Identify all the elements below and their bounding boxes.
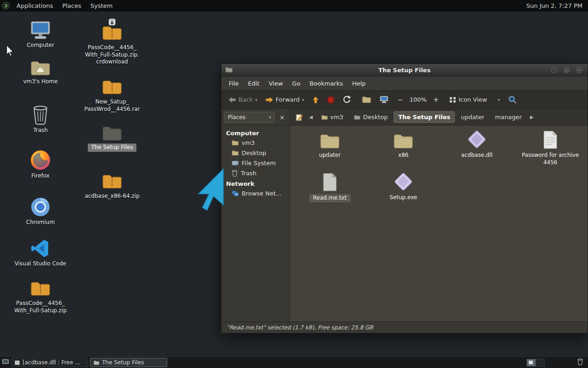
menu-view[interactable]: View — [264, 78, 288, 89]
menu-help[interactable]: Help — [347, 78, 370, 89]
desktop-icon-home[interactable]: vm3's Home — [13, 59, 68, 86]
sidebar-item-vm3[interactable]: vm3 — [221, 138, 289, 148]
view-mode-dropdown[interactable]: Icon View ▾ — [447, 94, 502, 105]
breadcrumb-the-setup-files[interactable]: The Setup Files — [394, 111, 455, 123]
computer-button[interactable] — [377, 94, 391, 105]
breadcrumb-vm3[interactable]: vm3 — [317, 111, 348, 123]
lock-badge-icon — [108, 18, 116, 28]
menu-file[interactable]: File — [224, 78, 243, 89]
large-blue-arrow-pointer — [198, 163, 224, 216]
desktop-icon-label: Visual Studio Code — [15, 260, 66, 268]
window-title: The Setup Files — [221, 67, 588, 74]
desktop-icon-label: Computer — [27, 42, 54, 49]
breadcrumb-updater[interactable]: updater — [456, 111, 489, 123]
forward-button[interactable]: Forward ▾ — [263, 94, 306, 105]
text-file-icon — [543, 130, 558, 150]
file-read-me-txt[interactable]: Read.me.txt — [295, 172, 364, 202]
side-pane: Places ▾ × Computer vm3 Desktop File Sys… — [221, 109, 290, 322]
toolbar: Back ▾ Forward ▾ — [221, 90, 588, 109]
desktop-icon-label: New_Satup_ PassWrod__4456.rar — [84, 98, 140, 113]
breadcrumb-manager[interactable]: manager — [490, 111, 526, 123]
close-button[interactable]: × — [576, 67, 582, 73]
search-button[interactable] — [506, 93, 519, 106]
taskbar-window-acdbase[interactable]: [acdbase.dll : Free ... — [11, 358, 88, 367]
forward-history-chevron-icon[interactable]: ▾ — [302, 98, 304, 102]
desktop-icon-firefox[interactable]: Firefox — [13, 150, 68, 180]
menu-system[interactable]: System — [86, 1, 117, 11]
desktop-icon-vscode[interactable]: Visual Studio Code — [8, 238, 73, 268]
stop-button[interactable] — [325, 94, 337, 105]
workspace-1[interactable] — [527, 359, 536, 366]
bottom-taskbar: [acdbase.dll : Free ... The Setup Files — [0, 356, 588, 368]
folder-icon — [319, 132, 340, 150]
side-pane-close-icon[interactable]: × — [277, 113, 288, 121]
folder-icon — [321, 115, 328, 120]
menubar: File Edit View Go Bookmarks Help — [221, 76, 588, 90]
file-setup-exe[interactable]: Setup.exe — [369, 172, 438, 201]
file-acdbase-dll[interactable]: acdbase.dll — [442, 129, 511, 159]
menu-go[interactable]: Go — [288, 78, 305, 89]
menu-bookmarks[interactable]: Bookmarks — [305, 78, 348, 89]
sidebar-item-desktop[interactable]: Desktop — [221, 148, 289, 158]
folder-icon — [102, 124, 123, 142]
up-button[interactable] — [310, 94, 321, 105]
library-file-icon — [466, 129, 487, 150]
desktop-icon-passcode-zip[interactable]: PassCode__4456_ With_Full-Satup.zip — [8, 280, 73, 314]
refresh-button[interactable] — [340, 94, 353, 105]
desktop-icon-trash[interactable]: Trash — [13, 105, 68, 134]
network-icon — [232, 190, 239, 196]
breadcrumb-scroll-left-icon[interactable]: ◀ — [307, 113, 315, 121]
sidebar-item-trash[interactable]: Trash — [221, 168, 289, 178]
file-updater[interactable]: updater — [295, 129, 364, 159]
back-history-chevron-icon[interactable]: ▾ — [255, 98, 258, 102]
view-mode-chevron-icon: ▾ — [498, 98, 500, 102]
home-button[interactable] — [360, 94, 373, 105]
desktop-icon-rar[interactable]: New_Satup_ PassWrod__4456.rar — [78, 78, 147, 113]
breadcrumb-scroll-right-icon[interactable]: ▶ — [528, 113, 536, 121]
clock[interactable]: Sun Jun 2, 7:27 PM — [526, 2, 588, 9]
menu-places[interactable]: Places — [58, 1, 85, 11]
desktop-icon-setup-files[interactable]: The Setup Files — [78, 124, 147, 152]
breadcrumb-desktop[interactable]: Desktop — [349, 111, 392, 123]
minimize-button[interactable]: – — [551, 67, 557, 73]
computer-icon — [379, 96, 389, 104]
file-x86[interactable]: x86 — [369, 129, 438, 159]
archive-icon — [102, 78, 123, 97]
maximize-button[interactable]: □ — [564, 67, 570, 73]
desktop-icon-label: The Setup Files — [88, 144, 136, 152]
sidebar-item-filesystem[interactable]: File System — [221, 158, 289, 168]
back-button[interactable]: Back ▾ — [226, 94, 260, 105]
menu-applications[interactable]: Applications — [12, 1, 57, 11]
desktop-icon-acdbase-zip[interactable]: acdbase_x86-64.zip — [78, 172, 147, 200]
desktop-icon-crdownload[interactable]: PassCode__4456_ With_Full-Satup.zip. crd… — [78, 24, 147, 66]
file-view[interactable]: updater x86 acdbase.dll — [290, 126, 588, 322]
distro-menu-icon[interactable] — [2, 2, 10, 10]
trash-applet-icon[interactable] — [577, 358, 583, 367]
back-arrow-icon — [228, 97, 236, 103]
desktop-icon-chromium[interactable]: Chromium — [13, 197, 68, 226]
side-pane-selector[interactable]: Places ▾ — [224, 112, 275, 123]
workspace-2[interactable] — [536, 359, 544, 366]
stop-icon — [327, 96, 334, 104]
folder-icon — [393, 132, 414, 150]
executable-file-icon — [393, 172, 414, 192]
zoom-level[interactable]: 100% — [409, 96, 426, 103]
zoom-out-button[interactable]: − — [395, 95, 406, 105]
sidebar-item-browse-network[interactable]: Browse Net... — [221, 189, 289, 199]
edit-location-button[interactable] — [294, 112, 305, 123]
taskbar-window-setup-files[interactable]: The Setup Files — [90, 358, 167, 367]
zoom-in-button[interactable]: + — [430, 95, 442, 105]
titlebar[interactable]: The Setup Files – □ × — [221, 64, 588, 76]
home-folder-icon — [362, 96, 371, 104]
edit-location-icon — [296, 114, 303, 121]
folder-icon — [232, 140, 239, 146]
sidebar-section-network: Network — [221, 178, 289, 189]
desktop-icon-computer[interactable]: Computer — [13, 21, 68, 49]
desktop-icon-label: Firefox — [31, 172, 50, 180]
desktop-icon-label: PassCode__4456_ With_Full-Satup.zip. crd… — [85, 44, 139, 66]
show-desktop-icon[interactable] — [2, 358, 9, 367]
workspace-switcher[interactable] — [526, 359, 545, 367]
file-password-for-archive[interactable]: Password for archive 4456 — [516, 129, 585, 166]
desktop-icon-label: Trash — [33, 127, 48, 134]
menu-edit[interactable]: Edit — [243, 78, 264, 89]
